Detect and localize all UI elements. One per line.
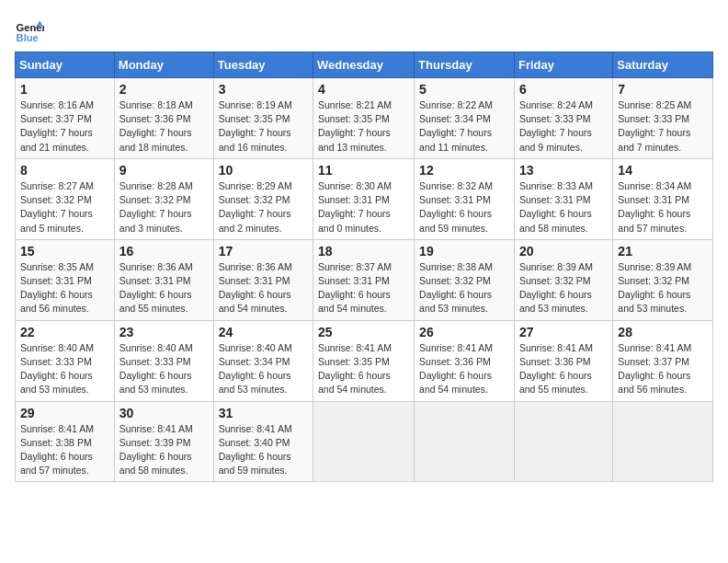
day-of-week-header: Saturday [613,52,713,78]
day-number: 16 [119,244,209,259]
day-info: Sunrise: 8:34 AM Sunset: 3:31 PM Dayligh… [618,179,708,236]
day-info: Sunrise: 8:41 AM Sunset: 3:38 PM Dayligh… [20,422,109,478]
day-number: 31 [219,406,308,420]
calendar-day-cell: 24 Sunrise: 8:40 AM Sunset: 3:34 PM Dayl… [213,320,313,401]
day-of-week-header: Monday [114,52,213,78]
day-info: Sunrise: 8:33 AM Sunset: 3:31 PM Dayligh… [519,179,608,236]
day-info: Sunrise: 8:40 AM Sunset: 3:34 PM Dayligh… [219,341,308,397]
day-info: Sunrise: 8:29 AM Sunset: 3:32 PM Dayligh… [219,179,308,236]
calendar-day-cell: 26 Sunrise: 8:41 AM Sunset: 3:36 PM Dayl… [415,320,515,401]
calendar-day-cell: 1 Sunrise: 8:16 AM Sunset: 3:37 PM Dayli… [16,78,115,159]
calendar-day-cell: 17 Sunrise: 8:36 AM Sunset: 3:31 PM Dayl… [213,239,313,320]
day-of-week-header: Sunday [16,52,115,78]
day-number: 18 [318,244,409,259]
calendar-day-cell: 19 Sunrise: 8:38 AM Sunset: 3:32 PM Dayl… [415,239,515,320]
calendar-week-row: 8 Sunrise: 8:27 AM Sunset: 3:32 PM Dayli… [16,158,713,239]
calendar-day-cell: 7 Sunrise: 8:25 AM Sunset: 3:33 PM Dayli… [613,78,713,159]
day-info: Sunrise: 8:41 AM Sunset: 3:36 PM Dayligh… [519,341,608,397]
logo-icon: General Blue [15,15,44,44]
day-number: 8 [20,163,109,178]
day-number: 10 [219,163,308,178]
day-number: 1 [20,82,109,97]
calendar-day-cell: 31 Sunrise: 8:41 AM Sunset: 3:40 PM Dayl… [213,401,313,482]
day-number: 5 [419,82,509,97]
day-info: Sunrise: 8:41 AM Sunset: 3:35 PM Dayligh… [318,341,409,397]
day-number: 14 [618,163,708,178]
day-info: Sunrise: 8:30 AM Sunset: 3:31 PM Dayligh… [318,179,409,236]
calendar-header-row: SundayMondayTuesdayWednesdayThursdayFrid… [16,52,713,78]
page-header: General Blue [15,15,713,44]
day-info: Sunrise: 8:41 AM Sunset: 3:37 PM Dayligh… [618,341,708,397]
day-number: 27 [519,325,608,339]
day-number: 28 [618,325,708,339]
calendar-day-cell: 30 Sunrise: 8:41 AM Sunset: 3:39 PM Dayl… [114,401,213,482]
calendar-day-cell: 11 Sunrise: 8:30 AM Sunset: 3:31 PM Dayl… [313,158,415,239]
day-info: Sunrise: 8:18 AM Sunset: 3:36 PM Dayligh… [119,98,209,155]
calendar-day-cell: 9 Sunrise: 8:28 AM Sunset: 3:32 PM Dayli… [114,158,213,239]
day-info: Sunrise: 8:39 AM Sunset: 3:32 PM Dayligh… [519,260,608,316]
calendar-day-cell: 23 Sunrise: 8:40 AM Sunset: 3:33 PM Dayl… [114,320,213,401]
calendar-day-cell: 29 Sunrise: 8:41 AM Sunset: 3:38 PM Dayl… [16,401,115,482]
day-number: 25 [318,325,409,339]
day-info: Sunrise: 8:27 AM Sunset: 3:32 PM Dayligh… [20,179,109,236]
day-number: 9 [119,163,209,178]
calendar-day-cell: 10 Sunrise: 8:29 AM Sunset: 3:32 PM Dayl… [213,158,313,239]
calendar-week-row: 22 Sunrise: 8:40 AM Sunset: 3:33 PM Dayl… [16,320,713,401]
calendar-day-cell: 12 Sunrise: 8:32 AM Sunset: 3:31 PM Dayl… [415,158,515,239]
day-number: 30 [119,406,209,420]
calendar-week-row: 29 Sunrise: 8:41 AM Sunset: 3:38 PM Dayl… [16,401,713,482]
calendar-day-cell [415,401,515,482]
calendar-day-cell: 13 Sunrise: 8:33 AM Sunset: 3:31 PM Dayl… [514,158,612,239]
calendar-day-cell: 25 Sunrise: 8:41 AM Sunset: 3:35 PM Dayl… [313,320,415,401]
calendar-day-cell: 21 Sunrise: 8:39 AM Sunset: 3:32 PM Dayl… [613,239,713,320]
calendar-day-cell: 2 Sunrise: 8:18 AM Sunset: 3:36 PM Dayli… [114,78,213,159]
day-info: Sunrise: 8:36 AM Sunset: 3:31 PM Dayligh… [219,260,308,316]
calendar-day-cell: 5 Sunrise: 8:22 AM Sunset: 3:34 PM Dayli… [415,78,515,159]
day-number: 24 [219,325,308,339]
day-number: 6 [519,82,608,97]
calendar-day-cell [514,401,612,482]
logo: General Blue [15,15,48,44]
day-of-week-header: Wednesday [313,52,415,78]
day-number: 26 [419,325,509,339]
day-info: Sunrise: 8:21 AM Sunset: 3:35 PM Dayligh… [318,98,409,155]
day-number: 17 [219,244,308,259]
calendar-day-cell: 18 Sunrise: 8:37 AM Sunset: 3:31 PM Dayl… [313,239,415,320]
day-info: Sunrise: 8:41 AM Sunset: 3:36 PM Dayligh… [419,341,509,397]
day-number: 19 [419,244,509,259]
day-info: Sunrise: 8:38 AM Sunset: 3:32 PM Dayligh… [419,260,509,316]
calendar-week-row: 1 Sunrise: 8:16 AM Sunset: 3:37 PM Dayli… [16,78,713,159]
day-info: Sunrise: 8:41 AM Sunset: 3:40 PM Dayligh… [219,422,308,478]
day-info: Sunrise: 8:32 AM Sunset: 3:31 PM Dayligh… [419,179,509,236]
day-info: Sunrise: 8:16 AM Sunset: 3:37 PM Dayligh… [20,98,109,155]
day-info: Sunrise: 8:40 AM Sunset: 3:33 PM Dayligh… [119,341,209,397]
day-info: Sunrise: 8:41 AM Sunset: 3:39 PM Dayligh… [119,422,209,478]
day-info: Sunrise: 8:40 AM Sunset: 3:33 PM Dayligh… [20,341,109,397]
calendar-week-row: 15 Sunrise: 8:35 AM Sunset: 3:31 PM Dayl… [16,239,713,320]
day-of-week-header: Tuesday [213,52,313,78]
calendar-day-cell: 28 Sunrise: 8:41 AM Sunset: 3:37 PM Dayl… [613,320,713,401]
calendar-day-cell: 6 Sunrise: 8:24 AM Sunset: 3:33 PM Dayli… [514,78,612,159]
day-number: 20 [519,244,608,259]
day-number: 23 [119,325,209,339]
calendar-day-cell: 14 Sunrise: 8:34 AM Sunset: 3:31 PM Dayl… [613,158,713,239]
day-number: 2 [119,82,209,97]
day-of-week-header: Thursday [415,52,515,78]
calendar-day-cell: 27 Sunrise: 8:41 AM Sunset: 3:36 PM Dayl… [514,320,612,401]
day-info: Sunrise: 8:37 AM Sunset: 3:31 PM Dayligh… [318,260,409,316]
calendar-day-cell [613,401,713,482]
day-info: Sunrise: 8:36 AM Sunset: 3:31 PM Dayligh… [119,260,209,316]
day-number: 11 [318,163,409,178]
calendar-day-cell: 20 Sunrise: 8:39 AM Sunset: 3:32 PM Dayl… [514,239,612,320]
day-number: 7 [618,82,708,97]
day-number: 3 [219,82,308,97]
day-info: Sunrise: 8:22 AM Sunset: 3:34 PM Dayligh… [419,98,509,155]
day-number: 22 [20,325,109,339]
calendar-day-cell [313,401,415,482]
day-info: Sunrise: 8:24 AM Sunset: 3:33 PM Dayligh… [519,98,608,155]
day-number: 12 [419,163,509,178]
calendar-day-cell: 16 Sunrise: 8:36 AM Sunset: 3:31 PM Dayl… [114,239,213,320]
svg-text:Blue: Blue [17,32,39,43]
calendar-day-cell: 3 Sunrise: 8:19 AM Sunset: 3:35 PM Dayli… [213,78,313,159]
day-of-week-header: Friday [514,52,612,78]
